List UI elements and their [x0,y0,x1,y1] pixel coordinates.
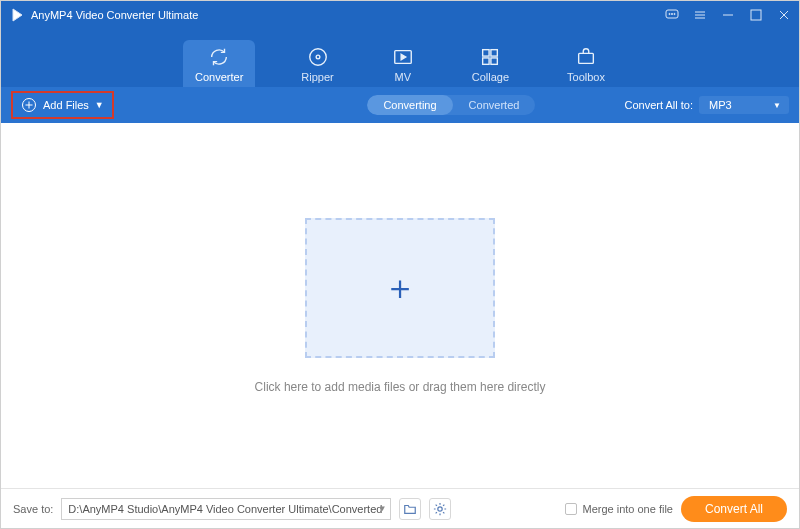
merge-label: Merge into one file [582,503,673,515]
tab-converter[interactable]: Converter [183,40,255,87]
plus-icon: ＋ [383,265,417,311]
open-folder-button[interactable] [399,498,421,520]
tab-toolbox[interactable]: Toolbox [555,40,617,87]
svg-point-3 [671,13,672,14]
music-video-icon [392,46,414,68]
app-title: AnyMP4 Video Converter Ultimate [31,9,665,21]
svg-rect-17 [491,50,497,56]
checkbox-icon [565,503,577,515]
svg-point-4 [674,13,675,14]
collage-icon [479,46,501,68]
save-path-field[interactable]: D:\AnyMP4 Studio\AnyMP4 Video Converter … [61,498,391,520]
svg-point-13 [316,55,320,59]
footer: Save to: D:\AnyMP4 Studio\AnyMP4 Video C… [1,488,799,528]
add-files-label: Add Files [43,99,89,111]
svg-marker-0 [13,9,22,21]
app-window: AnyMP4 Video Converter Ultimate Converte… [0,0,800,529]
app-logo-icon [9,7,25,23]
tab-label: Converter [195,71,243,83]
svg-rect-16 [483,50,489,56]
minimize-icon[interactable] [721,8,735,22]
main-tabs: Converter Ripper MV Collage Toolbox [1,29,799,87]
dropzone[interactable]: ＋ [305,218,495,358]
tab-label: MV [394,71,411,83]
titlebar: AnyMP4 Video Converter Ultimate [1,1,799,29]
svg-rect-18 [483,58,489,64]
window-controls [665,8,791,22]
tab-label: Collage [472,71,509,83]
subtab-converted[interactable]: Converted [453,95,536,115]
tab-mv[interactable]: MV [380,40,426,87]
chevron-down-icon: ▼ [378,504,386,513]
disc-icon [307,46,329,68]
maximize-icon[interactable] [749,8,763,22]
svg-marker-15 [401,54,406,60]
tab-collage[interactable]: Collage [460,40,521,87]
svg-rect-19 [491,58,497,64]
plus-circle-icon [21,97,37,113]
output-format-value: MP3 [709,99,732,111]
feedback-icon[interactable] [665,8,679,22]
svg-point-12 [309,49,326,66]
settings-button[interactable] [429,498,451,520]
svg-rect-9 [751,10,761,20]
output-format-select[interactable]: MP3 ▼ [699,96,789,114]
merge-checkbox[interactable]: Merge into one file [565,503,673,515]
chevron-down-icon: ▼ [95,100,104,110]
convert-all-to: Convert All to: MP3 ▼ [625,96,789,114]
convert-all-to-label: Convert All to: [625,99,693,111]
svg-point-2 [669,13,670,14]
subbar: Add Files ▼ Converting Converted Convert… [1,87,799,123]
save-path-value: D:\AnyMP4 Studio\AnyMP4 Video Converter … [68,503,382,515]
tab-label: Ripper [301,71,333,83]
tab-ripper[interactable]: Ripper [289,40,345,87]
add-files-button[interactable]: Add Files ▼ [11,91,114,119]
chevron-down-icon: ▼ [773,101,781,110]
drop-hint: Click here to add media files or drag th… [255,380,546,394]
save-to-label: Save to: [13,503,53,515]
close-icon[interactable] [777,8,791,22]
main-area: ＋ Click here to add media files or drag … [1,123,799,488]
conversion-status-tabs: Converting Converted [367,95,535,115]
convert-all-button[interactable]: Convert All [681,496,787,522]
tab-label: Toolbox [567,71,605,83]
refresh-icon [208,46,230,68]
menu-icon[interactable] [693,8,707,22]
subtab-converting[interactable]: Converting [367,95,452,115]
toolbox-icon [575,46,597,68]
svg-point-24 [438,506,442,510]
svg-rect-20 [579,53,594,63]
